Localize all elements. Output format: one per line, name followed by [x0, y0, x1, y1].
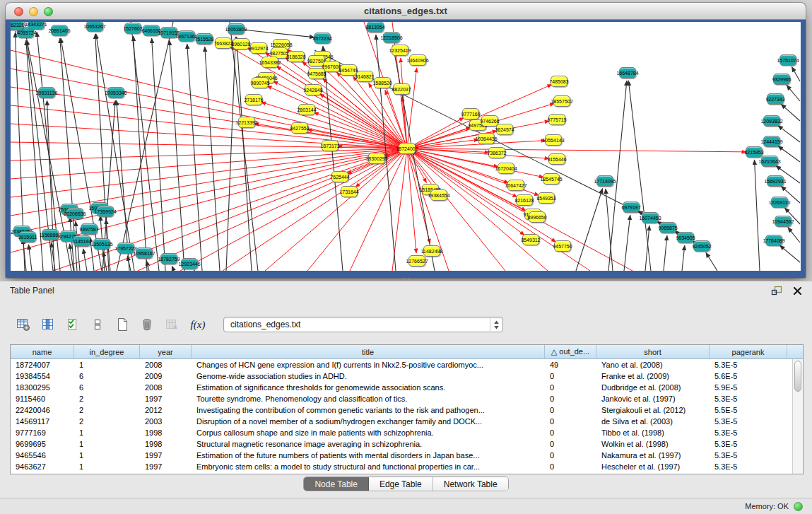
table-row[interactable]: 1830029562008Estimation of significance … [11, 382, 803, 393]
graph-node[interactable]: 12218506 [383, 32, 400, 43]
graph-node[interactable]: 19364436 [478, 133, 495, 144]
close-panel-icon[interactable] [793, 286, 802, 296]
graph-node[interactable]: 14671368 [178, 30, 195, 42]
graph-node[interactable]: 7386372 [488, 147, 505, 158]
graph-node[interactable]: 1527602 [124, 23, 141, 34]
graph-node[interactable]: 20053346 [107, 87, 124, 98]
graph-node[interactable]: 3624574 [496, 124, 513, 135]
graph-node[interactable]: 8215953 [746, 146, 763, 158]
column-header[interactable]: short [596, 345, 710, 358]
graph-node[interactable]: 1588520 [374, 77, 391, 88]
graph-node[interactable]: 9912974 [250, 42, 267, 54]
tab-edge-table[interactable]: Edge Table [369, 477, 433, 491]
graph-node[interactable]: 8996650 [529, 211, 546, 223]
graph-node[interactable]: 16648784 [619, 67, 636, 78]
graph-node[interactable]: 1731644 [341, 186, 358, 197]
graph-node[interactable]: 7625444 [331, 171, 348, 182]
graph-node[interactable]: 20891406 [51, 25, 68, 36]
graph-node[interactable]: 6979197 [623, 201, 640, 213]
graph-node[interactable]: 16720404 [498, 163, 514, 174]
graph-node[interactable]: 10647427 [507, 180, 524, 191]
graph-node[interactable]: 12093832 [763, 115, 780, 127]
table-row[interactable]: 2242004622012Investigating the contribut… [11, 404, 803, 416]
graph-node[interactable]: 6466160 [143, 25, 160, 36]
graph-node[interactable]: 16074453 [642, 212, 659, 223]
graph-node[interactable]: 10719155 [160, 27, 177, 38]
graph-node[interactable]: 12325419 [392, 45, 408, 56]
graph-node[interactable]: 18724007 [399, 143, 416, 154]
graph-node[interactable]: 17764089 [765, 235, 782, 246]
delete-table-icon[interactable] [139, 317, 155, 332]
graph-node[interactable]: 12213393 [238, 117, 255, 128]
new-table-icon[interactable] [114, 317, 130, 332]
graph-node[interactable]: 13640906 [409, 54, 426, 66]
graph-node[interactable]: 2718176 [245, 94, 262, 105]
graph-node[interactable]: 9227343 [767, 93, 784, 105]
graph-node[interactable]: 18545745 [543, 173, 560, 185]
graph-node[interactable]: 8813054 [367, 22, 384, 33]
graph-node[interactable]: 13505135 [93, 238, 110, 250]
graph-node[interactable]: 14343271 [28, 22, 45, 30]
row-panel-icon[interactable] [90, 317, 105, 332]
graph-node[interactable]: 15692931 [767, 175, 784, 187]
graph-node[interactable]: 9397587 [81, 223, 98, 235]
table-row[interactable]: 977716911998Corpus callosum shape and si… [11, 427, 803, 438]
function-builder-button[interactable]: f(x) [190, 317, 206, 332]
graph-node[interactable]: 16782759 [160, 253, 177, 264]
table-vertical-scrollbar[interactable] [792, 359, 803, 474]
graph-node[interactable]: 8549312 [522, 234, 539, 245]
graph-node[interactable]: 9329966 [773, 74, 790, 85]
graph-node[interactable]: 9775715 [548, 114, 565, 125]
graph-node[interactable]: 8549353 [538, 192, 555, 204]
graph-node[interactable]: 9146821 [356, 71, 373, 82]
dropdown-stepper-icon[interactable] [490, 318, 502, 331]
table-settings-icon[interactable] [16, 317, 31, 332]
graph-node[interactable]: 17359924 [97, 206, 114, 217]
zoom-window-button[interactable] [44, 7, 53, 16]
scrollbar-thumb[interactable] [794, 361, 801, 392]
graph-node[interactable]: 20206536 [66, 208, 83, 219]
import-table-icon[interactable] [164, 317, 180, 332]
select-rows-icon[interactable] [65, 317, 81, 332]
column-header[interactable]: name [11, 345, 74, 358]
graph-node[interactable]: 8572234 [314, 33, 331, 44]
graph-node[interactable]: 9777169 [462, 108, 479, 119]
graph-node[interactable]: 12269110 [771, 197, 788, 208]
graph-node[interactable]: 10958167 [136, 247, 153, 259]
table-row[interactable]: 946362711997Embryonic stem cells: a mode… [11, 461, 803, 472]
graph-node[interactable]: 18557502 [553, 95, 570, 107]
graph-node[interactable]: 8960128 [233, 38, 249, 49]
graph-node[interactable]: 12444159 [763, 136, 780, 147]
graph-node[interactable]: 7515528 [196, 33, 213, 45]
graph-node[interactable]: 10653267 [86, 22, 103, 32]
graph-node[interactable]: 15751074 [779, 54, 796, 66]
graph-node[interactable]: 9242848 [305, 84, 322, 95]
graph-node[interactable]: 20531136 [38, 87, 55, 98]
column-header[interactable]: in_degree [74, 345, 140, 358]
graph-node[interactable]: 17714095 [596, 175, 613, 187]
graph-node[interactable]: 8822037 [393, 83, 410, 95]
graph-node[interactable]: 9245052 [693, 240, 710, 252]
network-canvas[interactable]: 1872400776638228960128991297415226058982… [11, 22, 801, 271]
graph-node[interactable]: 16053809 [228, 23, 245, 35]
graph-node[interactable]: 9457750 [554, 240, 571, 252]
graph-node[interactable]: 17957223 [117, 243, 134, 254]
graph-node[interactable]: 9475685 [308, 68, 325, 79]
column-header[interactable]: pagerank [710, 345, 787, 358]
graph-node[interactable]: 10944562 [775, 216, 792, 227]
graph-node[interactable]: 16210643 [761, 156, 778, 167]
graph-node[interactable]: 12923446 [181, 258, 198, 269]
table-row[interactable]: 1456911722003Disruption of a novel membe… [11, 416, 803, 427]
graph-node[interactable]: 7663822 [215, 37, 232, 49]
column-header[interactable]: year [140, 345, 192, 358]
table-row[interactable]: 911546021997Tourette syndrome. Phenomeno… [11, 393, 803, 404]
show-column-icon[interactable] [40, 317, 56, 332]
graph-node[interactable]: 9155446 [548, 153, 565, 165]
graph-node[interactable]: 12766527 [408, 255, 425, 267]
tab-node-table[interactable]: Node Table [304, 477, 369, 491]
graph-node[interactable]: 9890745 [252, 77, 269, 88]
graph-node[interactable]: 8186328 [288, 51, 305, 62]
window-titlebar[interactable]: citations_edges.txt [6, 3, 806, 20]
graph-node[interactable]: 11568869 [42, 229, 59, 240]
table-row[interactable]: 1872400712008Changes of HCN gene express… [11, 359, 803, 370]
